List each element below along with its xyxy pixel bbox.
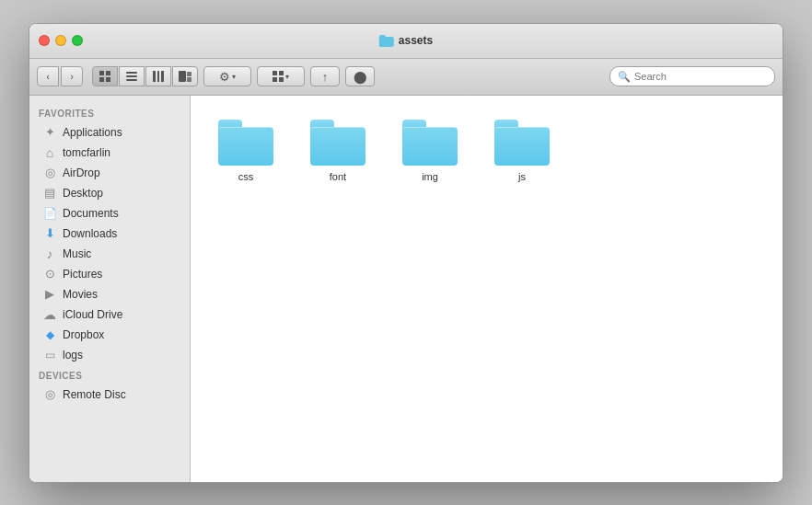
folder-body bbox=[218, 127, 273, 166]
devices-section-label: Devices bbox=[29, 365, 190, 384]
traffic-lights bbox=[39, 35, 83, 46]
column-view-button[interactable] bbox=[145, 66, 171, 86]
file-content-area: css font img bbox=[191, 96, 783, 482]
folder-label: css bbox=[238, 171, 254, 182]
search-input[interactable] bbox=[634, 71, 767, 82]
sidebar-item-label: logs bbox=[63, 349, 83, 362]
finder-window: assets ‹ › bbox=[29, 23, 783, 483]
folder-js[interactable]: js bbox=[485, 114, 559, 188]
sidebar-item-music[interactable]: Music bbox=[33, 244, 186, 264]
sidebar-item-label: Downloads bbox=[63, 227, 117, 240]
folder-label: img bbox=[422, 171, 438, 182]
sidebar-item-label: Movies bbox=[63, 288, 98, 301]
coverflow-view-icon bbox=[179, 71, 191, 82]
gear-chevron-icon: ▾ bbox=[232, 73, 236, 81]
close-button[interactable] bbox=[39, 35, 50, 46]
movies-icon bbox=[42, 287, 57, 302]
sidebar-item-documents[interactable]: Documents bbox=[33, 203, 186, 224]
sidebar-item-dropbox[interactable]: Dropbox bbox=[33, 325, 186, 345]
folder-icon bbox=[402, 120, 458, 166]
remote-disc-icon bbox=[42, 387, 57, 402]
sidebar-item-label: AirDrop bbox=[63, 166, 100, 179]
folder-icon bbox=[310, 120, 365, 166]
cover-flow-button[interactable] bbox=[172, 66, 198, 86]
desktop-icon bbox=[42, 186, 57, 201]
grid-view-icon bbox=[99, 71, 110, 82]
sidebar-item-label: Applications bbox=[63, 126, 122, 139]
sidebar-item-pictures[interactable]: Pictures bbox=[33, 264, 186, 284]
sidebar-item-applications[interactable]: Applications bbox=[33, 122, 186, 143]
maximize-button[interactable] bbox=[72, 35, 83, 46]
sidebar: Favorites Applications tomcfarlin AirDro… bbox=[29, 96, 191, 482]
folder-icon bbox=[218, 120, 273, 166]
sidebar-item-label: tomcfarlin bbox=[63, 146, 110, 159]
folder-body bbox=[310, 127, 365, 166]
music-icon bbox=[42, 247, 57, 261]
folder-font[interactable]: font bbox=[301, 114, 375, 188]
icon-view-button[interactable] bbox=[92, 66, 118, 86]
sidebar-item-label: Dropbox bbox=[63, 328, 104, 341]
applications-icon bbox=[42, 125, 57, 140]
titlebar: assets bbox=[29, 24, 783, 59]
tag-icon: ⬤ bbox=[354, 70, 367, 84]
sidebar-item-logs[interactable]: logs bbox=[33, 345, 186, 365]
files-grid: css font img bbox=[209, 114, 764, 188]
sidebar-item-icloud-drive[interactable]: iCloud Drive bbox=[33, 304, 186, 325]
sidebar-item-airdrop[interactable]: AirDrop bbox=[33, 163, 186, 183]
home-icon bbox=[42, 145, 57, 160]
forward-button[interactable]: › bbox=[61, 66, 83, 86]
pictures-icon bbox=[42, 267, 57, 281]
sidebar-item-label: Music bbox=[63, 247, 91, 260]
icloud-icon bbox=[42, 307, 57, 322]
folder-label: js bbox=[518, 171, 526, 182]
share-button[interactable]: ↑ bbox=[310, 66, 340, 86]
back-icon: ‹ bbox=[46, 71, 50, 82]
sidebar-item-label: iCloud Drive bbox=[63, 308, 122, 321]
folder-body bbox=[494, 127, 550, 166]
sidebar-item-label: Desktop bbox=[63, 187, 103, 200]
sidebar-item-desktop[interactable]: Desktop bbox=[33, 183, 186, 203]
list-view-button[interactable] bbox=[119, 66, 145, 86]
nav-buttons: ‹ › bbox=[37, 66, 83, 86]
search-icon: 🔍 bbox=[618, 71, 631, 83]
sidebar-item-label: Pictures bbox=[63, 268, 102, 281]
airdrop-icon bbox=[42, 166, 57, 180]
gear-icon: ⚙ bbox=[219, 70, 230, 84]
content-area: Favorites Applications tomcfarlin AirDro… bbox=[29, 96, 783, 482]
window-title: assets bbox=[399, 34, 433, 47]
arrange-grid-icon bbox=[273, 71, 284, 82]
search-bar[interactable]: 🔍 bbox=[609, 66, 775, 86]
sidebar-item-label: Remote Disc bbox=[63, 388, 126, 401]
folder-body bbox=[402, 127, 458, 166]
dropbox-icon bbox=[42, 327, 57, 342]
documents-icon bbox=[42, 206, 57, 221]
arrange-chevron-icon: ▾ bbox=[285, 73, 289, 81]
action-button[interactable]: ⚙ ▾ bbox=[203, 66, 251, 86]
list-view-icon bbox=[126, 72, 137, 81]
logs-icon bbox=[42, 348, 57, 362]
toolbar: ‹ › bbox=[29, 59, 783, 96]
minimize-button[interactable] bbox=[55, 35, 66, 46]
downloads-icon bbox=[42, 226, 57, 241]
back-button[interactable]: ‹ bbox=[37, 66, 59, 86]
folder-label: font bbox=[330, 171, 346, 182]
folder-img[interactable]: img bbox=[393, 114, 467, 188]
sidebar-item-downloads[interactable]: Downloads bbox=[33, 224, 186, 244]
arrange-button[interactable]: ▾ bbox=[257, 66, 305, 86]
sidebar-item-remote-disc[interactable]: Remote Disc bbox=[33, 384, 186, 405]
view-buttons bbox=[92, 66, 198, 86]
sidebar-item-tomcfarlin[interactable]: tomcfarlin bbox=[33, 143, 186, 163]
tag-button[interactable]: ⬤ bbox=[345, 66, 375, 86]
folder-icon bbox=[494, 120, 550, 166]
favorites-section-label: Favorites bbox=[29, 103, 190, 122]
window-title-area: assets bbox=[379, 34, 433, 47]
forward-icon: › bbox=[70, 71, 74, 82]
sidebar-item-label: Documents bbox=[63, 207, 119, 220]
column-view-icon bbox=[153, 71, 164, 82]
folder-css[interactable]: css bbox=[209, 114, 283, 188]
share-icon: ↑ bbox=[322, 70, 329, 84]
title-folder-icon bbox=[379, 35, 394, 47]
sidebar-item-movies[interactable]: Movies bbox=[33, 284, 186, 304]
